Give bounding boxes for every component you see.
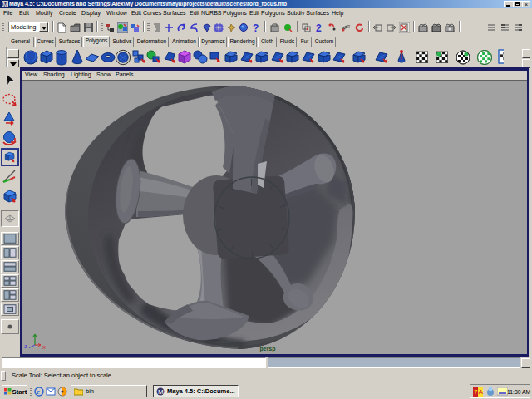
svg-text:2: 2 — [316, 22, 322, 33]
svg-text:M: M — [158, 388, 164, 396]
svg-text:7: 7 — [474, 388, 478, 396]
svg-text:e: e — [37, 387, 40, 396]
svg-text:A: A — [479, 388, 484, 396]
svg-text:M: M — [3, 2, 8, 7]
svg-text:?: ? — [253, 22, 259, 33]
